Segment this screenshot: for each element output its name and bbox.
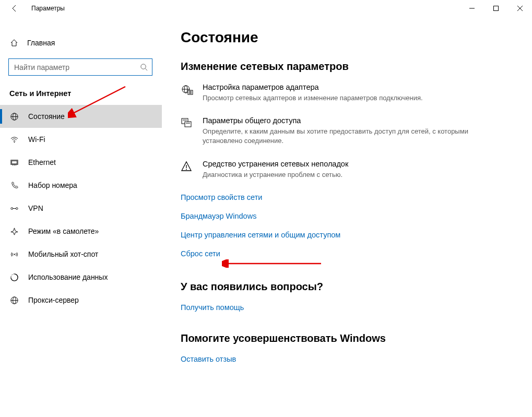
sidebar-item-ethernet[interactable]: Ethernet [0, 151, 162, 174]
svg-point-34 [186, 169, 187, 170]
sidebar-item-label: Режим «в самолете» [28, 227, 99, 235]
proxy-icon [9, 296, 19, 305]
setting-row-title: Средство устранения сетевых неполадок [203, 160, 348, 168]
content-area: Состояние Изменение сетевых параметров Н… [162, 17, 532, 417]
sidebar-item-airplane[interactable]: Режим «в самолете» [0, 220, 162, 243]
adapter-icon [181, 83, 193, 103]
link-network-center[interactable]: Центр управления сетями и общим доступом [181, 231, 511, 239]
titlebar: Параметры [0, 0, 532, 17]
sidebar-item-proxy[interactable]: Прокси-сервер [0, 289, 162, 312]
airplane-icon [9, 227, 19, 236]
link-network-properties[interactable]: Просмотр свойств сети [181, 193, 511, 201]
svg-rect-30 [185, 122, 191, 127]
home-icon [9, 39, 19, 47]
sidebar-item-label: Wi-Fi [28, 135, 45, 144]
svg-point-18 [14, 254, 15, 255]
page-title: Состояние [181, 29, 511, 46]
link-windows-firewall[interactable]: Брандмауэр Windows [181, 212, 511, 220]
sidebar-item-wifi[interactable]: Wi-Fi [0, 128, 162, 151]
data-usage-icon [9, 273, 19, 282]
sidebar-item-vpn[interactable]: VPN [0, 197, 162, 220]
sidebar-item-label: Мобильный хот-спот [28, 250, 98, 258]
setting-troubleshoot[interactable]: Средство устранения сетевых неполадок Ди… [181, 160, 494, 180]
feedback-heading: Помогите усовершенствовать Windows [181, 332, 511, 344]
sidebar-item-label: Состояние [28, 112, 65, 121]
window-controls [460, 0, 532, 17]
sidebar-item-label: Прокси-сервер [28, 296, 79, 304]
sidebar: Главная Сеть и Интернет Состояние Wi-Fi [0, 17, 162, 417]
search-box[interactable] [8, 58, 152, 76]
status-icon [9, 112, 19, 121]
setting-row-desc: Просмотр сетевых адаптеров и изменение п… [203, 93, 423, 103]
dialup-icon [9, 181, 19, 190]
svg-point-16 [16, 207, 18, 209]
setting-row-title: Настройка параметров адаптера [203, 83, 423, 91]
hotspot-icon [9, 250, 19, 259]
setting-adapter-options[interactable]: Настройка параметров адаптера Просмотр с… [181, 83, 494, 103]
minimize-button[interactable] [460, 0, 484, 17]
sidebar-item-label: Использование данных [28, 273, 108, 281]
svg-rect-1 [494, 6, 499, 11]
sidebar-item-data-usage[interactable]: Использование данных [0, 266, 162, 289]
svg-rect-11 [11, 161, 17, 164]
sidebar-item-status[interactable]: Состояние [0, 105, 162, 128]
setting-row-desc: Диагностика и устранение проблем с сетью… [203, 170, 348, 180]
sidebar-item-label: Набор номера [28, 181, 77, 189]
sidebar-item-hotspot[interactable]: Мобильный хот-спот [0, 243, 162, 266]
sidebar-item-label: VPN [28, 204, 43, 212]
vpn-icon [9, 204, 19, 213]
home-button[interactable]: Главная [0, 32, 162, 53]
sidebar-item-label: Ethernet [28, 158, 56, 166]
subheading-change-settings: Изменение сетевых параметров [181, 61, 511, 73]
svg-point-9 [14, 141, 15, 142]
search-icon [140, 63, 148, 71]
maximize-button[interactable] [484, 0, 508, 17]
sidebar-item-dialup[interactable]: Набор номера [0, 174, 162, 197]
back-button[interactable] [4, 0, 25, 17]
sharing-icon [181, 116, 193, 146]
wifi-icon [9, 135, 19, 144]
link-leave-feedback[interactable]: Оставить отзыв [181, 355, 511, 363]
svg-point-15 [10, 207, 13, 209]
window-title: Параметры [31, 5, 65, 12]
search-input[interactable] [14, 63, 140, 72]
setting-sharing-options[interactable]: Параметры общего доступа Определите, к к… [181, 116, 494, 146]
troubleshoot-icon [181, 160, 193, 180]
link-network-reset[interactable]: Сброс сети [181, 249, 511, 258]
ethernet-icon [9, 158, 19, 167]
home-label: Главная [27, 39, 55, 47]
sidebar-section-title: Сеть и Интернет [0, 85, 162, 105]
svg-point-4 [141, 64, 146, 69]
close-button[interactable] [508, 0, 532, 17]
questions-heading: У вас появились вопросы? [181, 281, 511, 293]
setting-row-desc: Определите, к каким данным вы хотите пре… [203, 127, 494, 146]
setting-row-title: Параметры общего доступа [203, 116, 494, 125]
link-get-help[interactable]: Получить помощь [181, 303, 511, 312]
svg-line-5 [145, 68, 147, 70]
